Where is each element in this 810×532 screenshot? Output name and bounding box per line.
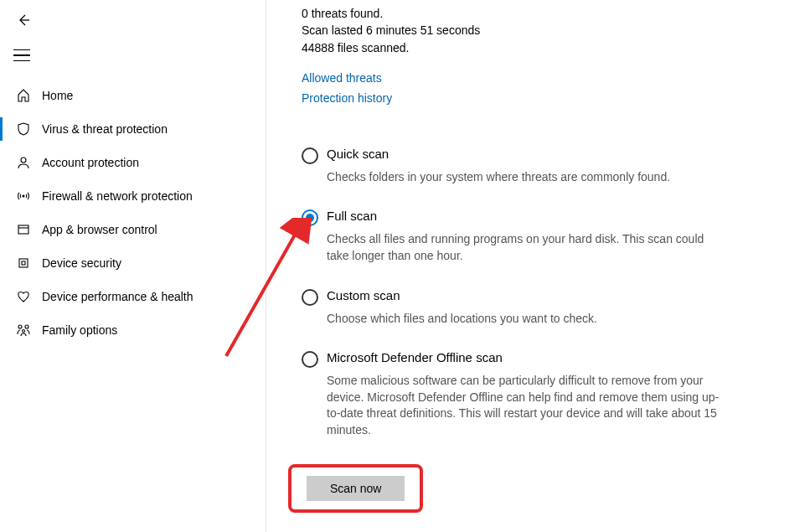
nav-label: Device performance & health — [42, 290, 193, 303]
nav-family[interactable]: Family options — [0, 313, 266, 347]
option-desc: Checks folders in your system where thre… — [327, 169, 670, 186]
option-title: Microsoft Defender Offline scan — [327, 350, 729, 364]
radio-full[interactable] — [302, 209, 318, 226]
nav-label: Account protection — [42, 156, 139, 169]
option-desc: Choose which files and locations you wan… — [327, 311, 597, 328]
radio-custom[interactable] — [302, 289, 318, 306]
svg-point-7 — [23, 330, 25, 333]
heart-icon — [13, 289, 34, 304]
option-full: Full scan Checks all files and running p… — [302, 209, 810, 264]
radio-offline[interactable] — [302, 351, 318, 368]
arrow-left-icon — [16, 13, 31, 28]
nav-virus[interactable]: Virus & threat protection — [0, 112, 266, 146]
sidebar: Home Virus & threat protection Account p… — [0, 0, 266, 532]
annotation-highlight: Scan now — [288, 464, 423, 513]
svg-point-1 — [23, 195, 25, 198]
links-section: Allowed threats Protection history — [302, 71, 810, 105]
chip-icon — [13, 256, 34, 271]
nav-label: Virus & threat protection — [42, 122, 168, 136]
home-icon — [13, 88, 34, 103]
nav-label: App & browser control — [42, 223, 157, 236]
nav-label: Home — [42, 89, 73, 102]
nav-label: Family options — [42, 323, 117, 337]
option-title: Full scan — [327, 209, 729, 223]
nav-label: Device security — [42, 256, 121, 270]
nav-home[interactable]: Home — [0, 79, 266, 112]
back-button[interactable] — [13, 10, 34, 30]
scan-now-button[interactable]: Scan now — [307, 476, 405, 501]
option-title: Custom scan — [327, 288, 597, 302]
files-scanned: 44888 files scanned. — [302, 39, 810, 56]
nav-list: Home Virus & threat protection Account p… — [0, 79, 266, 347]
nav-device-security[interactable]: Device security — [0, 246, 266, 280]
svg-rect-2 — [18, 225, 28, 234]
threats-found: 0 threats found. — [302, 5, 810, 22]
window-icon — [13, 222, 34, 237]
shield-icon — [13, 121, 34, 137]
protection-history-link[interactable]: Protection history — [302, 91, 810, 105]
svg-point-0 — [21, 158, 26, 163]
svg-point-6 — [25, 325, 28, 328]
option-quick: Quick scan Checks folders in your system… — [302, 147, 810, 186]
option-custom: Custom scan Choose which files and locat… — [302, 288, 810, 328]
nav-firewall[interactable]: Firewall & network protection — [0, 179, 266, 213]
radio-quick[interactable] — [302, 147, 318, 164]
menu-button[interactable] — [13, 45, 34, 65]
nav-label: Firewall & network protection — [42, 189, 193, 203]
antenna-icon — [13, 189, 34, 204]
family-icon — [13, 323, 34, 338]
person-icon — [13, 155, 34, 170]
allowed-threats-link[interactable]: Allowed threats — [302, 71, 810, 85]
scan-duration: Scan lasted 6 minutes 51 seconds — [302, 22, 810, 39]
scan-result: 0 threats found. Scan lasted 6 minutes 5… — [302, 5, 810, 56]
option-desc: Some malicious software can be particula… — [327, 373, 729, 438]
nav-app-browser[interactable]: App & browser control — [0, 213, 266, 246]
main-content: 0 threats found. Scan lasted 6 minutes 5… — [266, 0, 810, 532]
nav-account[interactable]: Account protection — [0, 146, 266, 179]
option-offline: Microsoft Defender Offline scan Some mal… — [302, 350, 810, 438]
option-desc: Checks all files and running programs on… — [327, 231, 729, 264]
nav-performance[interactable]: Device performance & health — [0, 280, 266, 313]
svg-rect-3 — [19, 259, 28, 267]
svg-rect-4 — [22, 261, 25, 265]
option-title: Quick scan — [327, 147, 670, 161]
svg-point-5 — [18, 325, 22, 328]
scan-options: Quick scan Checks folders in your system… — [302, 147, 810, 439]
